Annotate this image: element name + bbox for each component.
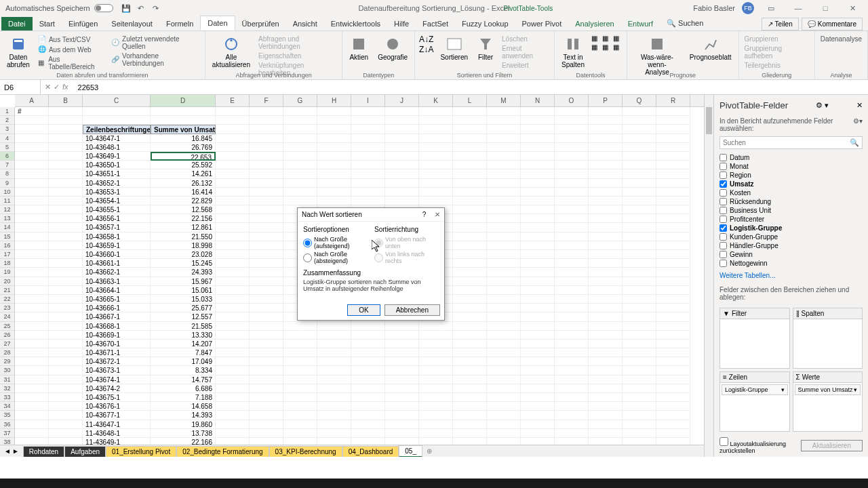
radio-desc[interactable]: Nach Größe (absteigend) [303, 250, 368, 265]
cell[interactable] [250, 375, 283, 384]
cell[interactable]: 13.330 [151, 331, 216, 340]
cell[interactable] [351, 429, 385, 438]
cell[interactable] [521, 375, 555, 384]
cell[interactable] [419, 384, 453, 393]
cell[interactable] [656, 420, 690, 429]
cell[interactable]: 10-43650-1 [83, 161, 151, 169]
cell[interactable] [216, 348, 250, 357]
cell[interactable] [15, 438, 49, 445]
col-header-G[interactable]: G [283, 95, 317, 106]
cell[interactable] [15, 259, 49, 268]
cell[interactable] [250, 277, 283, 286]
cell[interactable] [250, 393, 283, 402]
cell[interactable] [453, 357, 487, 366]
cell[interactable] [656, 366, 690, 375]
cell[interactable] [487, 205, 521, 214]
cell[interactable]: 13.738 [151, 429, 216, 438]
cell[interactable]: 10-43677-1 [83, 411, 151, 420]
cell[interactable] [487, 295, 521, 304]
cell[interactable] [351, 197, 385, 205]
sheet-01[interactable]: 01_Erstellung Pivot [106, 446, 176, 457]
cell[interactable] [385, 429, 419, 438]
cell[interactable] [555, 312, 589, 321]
cell[interactable] [283, 366, 317, 375]
row-header[interactable]: 35 [0, 411, 14, 420]
cell[interactable] [385, 188, 419, 197]
cell[interactable] [521, 125, 555, 134]
tab-factset[interactable]: FactSet [416, 17, 455, 30]
cell[interactable] [385, 402, 419, 411]
cell[interactable]: 10-43663-1 [83, 277, 151, 286]
cell[interactable] [49, 312, 83, 321]
cell[interactable] [521, 214, 555, 223]
cell[interactable] [49, 161, 83, 169]
cell[interactable] [656, 304, 690, 312]
tab-help[interactable]: Hilfe [387, 17, 416, 30]
cell[interactable] [555, 304, 589, 312]
cell[interactable] [351, 411, 385, 420]
cell[interactable] [385, 179, 419, 188]
cell[interactable] [419, 438, 453, 445]
cell[interactable] [151, 107, 216, 116]
validation-icon[interactable]: ▦ [613, 35, 623, 42]
cell[interactable]: 7.847 [151, 348, 216, 357]
cell[interactable] [216, 393, 250, 402]
cell[interactable] [453, 250, 487, 259]
cell[interactable] [216, 179, 250, 188]
cell[interactable] [487, 331, 521, 340]
cell[interactable] [555, 268, 589, 277]
cell[interactable] [250, 250, 283, 259]
cell[interactable] [555, 179, 589, 188]
cell[interactable] [15, 250, 49, 259]
cell[interactable] [283, 331, 317, 340]
cell[interactable] [656, 241, 690, 250]
cell[interactable] [521, 143, 555, 152]
cell[interactable] [216, 268, 250, 277]
cell[interactable] [419, 188, 453, 197]
cell[interactable] [216, 286, 250, 295]
field-rücksendung[interactable]: Rücksendung [719, 197, 863, 206]
cell[interactable] [656, 438, 690, 445]
cell[interactable] [250, 348, 283, 357]
field-gewinn[interactable]: Gewinn [719, 250, 863, 259]
cell[interactable] [250, 107, 283, 116]
cell[interactable] [419, 331, 453, 340]
cell[interactable] [351, 322, 385, 331]
cell[interactable] [656, 161, 690, 169]
cell[interactable] [283, 402, 317, 411]
cell[interactable] [283, 375, 317, 384]
cell[interactable] [623, 429, 656, 438]
cell[interactable] [453, 312, 487, 321]
tab-review[interactable]: Überprüfen [235, 17, 286, 30]
cell[interactable] [656, 107, 690, 116]
cell[interactable] [487, 420, 521, 429]
cell[interactable] [453, 384, 487, 393]
cell[interactable] [589, 214, 623, 223]
row-header[interactable]: 5 [0, 143, 14, 152]
cell[interactable] [589, 232, 623, 241]
col-header-R[interactable]: R [656, 95, 690, 106]
cell[interactable] [419, 197, 453, 205]
sort-button[interactable]: Sortieren [437, 35, 471, 62]
cell[interactable] [15, 116, 49, 125]
cell[interactable] [623, 375, 656, 384]
cell[interactable] [623, 366, 656, 375]
panel-close-icon[interactable]: ✕ [856, 101, 863, 110]
cell[interactable] [15, 152, 49, 161]
row-header[interactable]: 14 [0, 223, 14, 232]
cell[interactable] [49, 322, 83, 331]
cell[interactable] [453, 107, 487, 116]
cell[interactable] [555, 348, 589, 357]
cell[interactable] [317, 438, 351, 445]
cell[interactable] [487, 277, 521, 286]
cell[interactable] [250, 438, 283, 445]
cell[interactable] [49, 179, 83, 188]
cell[interactable] [216, 250, 250, 259]
cell[interactable] [250, 384, 283, 393]
cell[interactable] [49, 188, 83, 197]
cell[interactable] [453, 161, 487, 169]
stocks-button[interactable]: Aktien [347, 35, 371, 62]
cell[interactable] [419, 143, 453, 152]
cell[interactable] [49, 340, 83, 348]
cell[interactable] [589, 420, 623, 429]
